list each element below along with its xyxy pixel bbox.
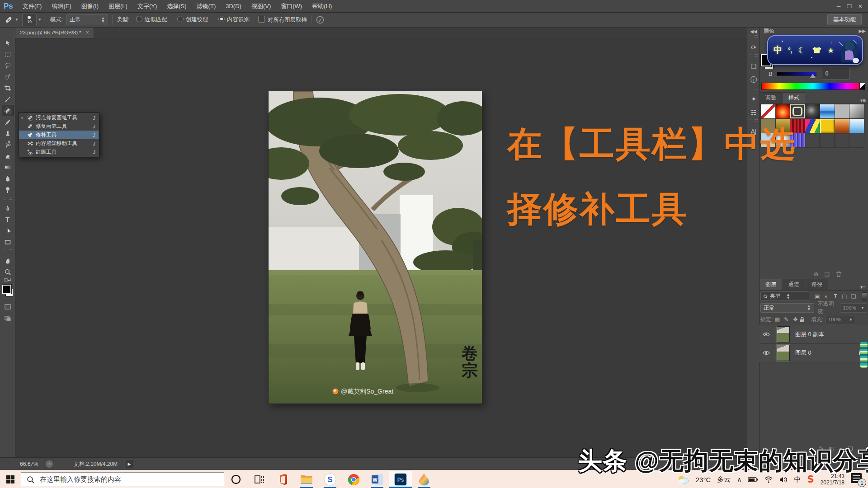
fill-select[interactable]: 100%▼: [826, 315, 855, 324]
style-swatch-none[interactable]: [761, 104, 775, 118]
menu-select[interactable]: 选择(S): [162, 2, 191, 10]
document-tab[interactable]: 23.png @ 66.7%(RGB/8) * ×: [15, 27, 94, 38]
style-swatch[interactable]: [849, 104, 864, 118]
tab-styles[interactable]: 样式: [783, 92, 805, 103]
brush-panel-icon[interactable]: ✦: [747, 92, 760, 106]
delete-style-icon[interactable]: [836, 271, 841, 277]
expand-panels-icon[interactable]: ▶▶: [859, 28, 866, 33]
cortana-button[interactable]: [224, 470, 248, 488]
tool-marquee[interactable]: [2, 48, 14, 60]
collapse-panels-icon[interactable]: ◀◀: [750, 27, 757, 35]
filter-toggle[interactable]: [862, 292, 867, 300]
menu-type[interactable]: 文字(Y): [132, 2, 162, 10]
quick-mask-button[interactable]: [2, 301, 14, 312]
color-spectrum-ramp[interactable]: [761, 83, 865, 90]
blend-mode-select[interactable]: 正常 ▲▼: [760, 303, 814, 313]
radio-content-aware[interactable]: 内容识别: [218, 16, 250, 23]
opacity-select[interactable]: 100%▼: [840, 303, 867, 313]
start-button[interactable]: [0, 470, 21, 488]
panel-menu-icon[interactable]: ▾≡: [860, 98, 866, 103]
tool-type[interactable]: T: [2, 214, 14, 225]
style-swatch[interactable]: [820, 119, 835, 133]
tab-channels[interactable]: 通道: [783, 279, 805, 290]
foreground-background-swatches[interactable]: [2, 285, 14, 297]
style-slot-empty[interactable]: [835, 133, 849, 147]
photoshop-app-button[interactable]: Ps: [389, 470, 412, 488]
menu-image[interactable]: 图像(I): [76, 2, 104, 10]
panel-menu-icon[interactable]: ▾≡: [860, 284, 866, 290]
filter-type-layers-icon[interactable]: T: [831, 293, 840, 300]
layer-thumbnail[interactable]: [777, 345, 790, 361]
tool-brush[interactable]: [2, 116, 14, 127]
color-panel-tab[interactable]: 颜色: [764, 28, 774, 34]
ime-toolbar[interactable]: 中 °, ☾ ★: [767, 35, 863, 65]
filter-pixel-layers-icon[interactable]: ▣: [813, 293, 822, 300]
tool-hand[interactable]: [2, 255, 14, 266]
style-slot-empty[interactable]: [805, 133, 820, 147]
info-panel-icon[interactable]: ⓘ: [747, 73, 760, 87]
blue-channel-value[interactable]: 0: [822, 68, 849, 80]
lock-all-icon[interactable]: [800, 317, 805, 323]
flyout-item-spot-healing-brush[interactable]: ▪ 污点修复画笔工具 J: [19, 113, 99, 122]
tool-eyedropper[interactable]: [2, 94, 14, 105]
task-view-button[interactable]: [248, 470, 271, 488]
taskbar-search-box[interactable]: 在这里输入你要搜索的内容: [21, 472, 224, 487]
tool-path-selection[interactable]: [2, 225, 14, 236]
style-swatch[interactable]: [820, 104, 835, 118]
tool-lasso[interactable]: [2, 60, 14, 71]
new-style-icon[interactable]: ❏: [825, 271, 830, 277]
radio-proximity-match[interactable]: 近似匹配: [136, 16, 167, 23]
flyout-item-content-aware-move[interactable]: 内容感知移动工具 J: [19, 139, 99, 148]
visibility-cell[interactable]: [760, 325, 773, 343]
flyout-item-patch-tool[interactable]: 修补工具 J: [19, 131, 99, 139]
3d-panel-icon[interactable]: ❒: [747, 60, 760, 73]
pen-pressure-icon[interactable]: [316, 15, 325, 24]
brush-size-preview[interactable]: 19: [22, 14, 37, 26]
tool-history-brush[interactable]: [2, 139, 14, 150]
flyout-item-healing-brush[interactable]: 修复画笔工具 J: [19, 122, 99, 131]
tab-paths[interactable]: 路径: [806, 279, 828, 290]
paint3d-app-button[interactable]: [412, 470, 436, 488]
zoom-level[interactable]: 66.67%: [20, 461, 38, 467]
minimize-icon[interactable]: ─: [837, 3, 841, 9]
star-icon[interactable]: ★: [828, 46, 834, 55]
menu-view[interactable]: 视图(V): [246, 2, 276, 10]
flyout-item-red-eye[interactable]: 红眼工具 J: [19, 148, 99, 156]
ime-mode-indicator[interactable]: 中: [774, 44, 782, 56]
clear-style-icon[interactable]: ⊘: [814, 271, 818, 277]
file-explorer-button[interactable]: [295, 470, 318, 488]
tab-adjustments[interactable]: 调整: [760, 92, 782, 103]
layer-filter-kind-select[interactable]: 类型 ▲▼: [760, 291, 809, 301]
history-panel-icon[interactable]: ⟳: [747, 41, 760, 54]
tool-crop[interactable]: [2, 82, 14, 94]
style-swatch[interactable]: [805, 119, 820, 133]
ime-punctuation-icon[interactable]: °,: [788, 47, 793, 54]
layer-name[interactable]: 图层 0: [795, 349, 811, 357]
tab-layers[interactable]: 图层: [760, 279, 782, 290]
visibility-cell[interactable]: [760, 344, 773, 362]
menu-window[interactable]: 窗口(W): [276, 2, 307, 10]
screen-mode-button[interactable]: [2, 312, 14, 324]
moon-icon[interactable]: ☾: [798, 45, 806, 56]
active-tool-chip[interactable]: ▼: [4, 15, 19, 25]
foreground-color-swatch[interactable]: [2, 285, 11, 294]
tool-quick-selection[interactable]: [2, 71, 14, 82]
ime-skin-widget[interactable]: [860, 341, 868, 368]
style-swatch[interactable]: [835, 104, 849, 118]
chevron-down-icon[interactable]: ▼: [38, 18, 42, 22]
tab-close-icon[interactable]: ×: [86, 29, 89, 36]
lock-position-icon[interactable]: ✥: [791, 316, 800, 323]
filter-shape-layers-icon[interactable]: ▢: [840, 293, 849, 300]
layer-name[interactable]: 图层 0 副本: [795, 331, 824, 338]
menu-edit[interactable]: 编辑(E): [47, 2, 76, 10]
swap-colors-icon[interactable]: ◱⇄: [4, 277, 11, 283]
maximize-icon[interactable]: ❐: [847, 3, 852, 9]
close-icon[interactable]: ✕: [858, 3, 863, 9]
tool-spot-healing-brush[interactable]: [2, 105, 14, 116]
tool-presets-panel-icon[interactable]: ☵: [747, 106, 760, 119]
layer-thumbnail[interactable]: [777, 326, 790, 343]
style-swatch[interactable]: [849, 119, 864, 133]
layer-row-copy[interactable]: 图层 0 副本: [760, 325, 868, 344]
panel-grip[interactable]: [4, 32, 12, 34]
menu-filter[interactable]: 滤镜(T): [192, 2, 221, 10]
